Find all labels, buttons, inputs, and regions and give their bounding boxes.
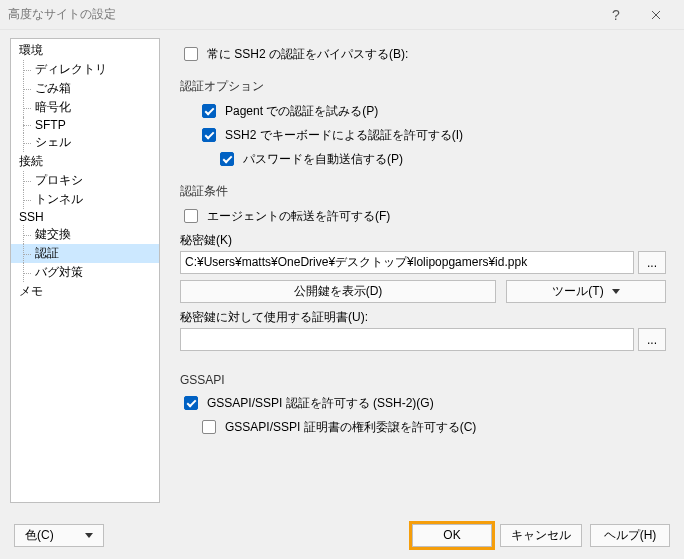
tree-node[interactable]: 暗号化 [11,98,159,117]
browse-cert-button[interactable]: ... [638,328,666,351]
allow-gssapi-deleg-checkbox[interactable]: GSSAPI/SSPI 証明書の権利委譲を許可する(C) [180,417,666,437]
tree-node[interactable]: メモ [11,282,159,301]
cert-label: 秘密鍵に対して使用する証明書(U): [180,309,666,326]
tree-node[interactable]: 接続 [11,152,159,171]
tree-node[interactable]: 認証 [11,244,159,263]
tree-node[interactable]: ごみ箱 [11,79,159,98]
try-pagent-label: Pagent での認証を試みる(P) [225,103,378,120]
auth-conditions-heading: 認証条件 [180,183,666,200]
gssapi-heading: GSSAPI [180,373,666,387]
allow-agent-forward-input[interactable] [184,209,198,223]
chevron-down-icon [85,533,93,538]
auto-send-password-input[interactable] [220,152,234,166]
private-key-label: 秘密鍵(K) [180,232,666,249]
allow-gssapi-input[interactable] [184,396,198,410]
help-button[interactable]: ヘルプ(H) [590,524,670,547]
chevron-down-icon [612,289,620,294]
allow-keyboard-checkbox[interactable]: SSH2 でキーボードによる認証を許可する(I) [180,125,666,145]
tools-label: ツール(T) [552,283,603,300]
content-panel: 常に SSH2 の認証をバイパスする(B): 認証オプション Pagent での… [170,30,684,511]
browse-private-key-button[interactable]: ... [638,251,666,274]
auth-options-heading: 認証オプション [180,78,666,95]
try-pagent-input[interactable] [202,104,216,118]
allow-keyboard-input[interactable] [202,128,216,142]
tree-node[interactable]: トンネル [11,190,159,209]
close-icon[interactable] [636,0,676,30]
allow-agent-forward-label: エージェントの転送を許可する(F) [207,208,390,225]
auto-send-password-checkbox[interactable]: パスワードを自動送信する(P) [180,149,666,169]
tree-node[interactable]: 環境 [11,41,159,60]
allow-gssapi-deleg-input[interactable] [202,420,216,434]
cancel-button[interactable]: キャンセル [500,524,582,547]
tools-dropdown[interactable]: ツール(T) [506,280,666,303]
tree-node[interactable]: SFTP [11,117,159,133]
allow-gssapi-label: GSSAPI/SSPI 認証を許可する (SSH-2)(G) [207,395,434,412]
ok-button[interactable]: OK [412,524,492,547]
tree-node[interactable]: プロキシ [11,171,159,190]
sidebar: 環境ディレクトリごみ箱暗号化SFTPシェル接続プロキシトンネルSSH鍵交換認証バ… [0,30,170,511]
color-label: 色(C) [25,527,54,544]
tree-node[interactable]: SSH [11,209,159,225]
allow-gssapi-deleg-label: GSSAPI/SSPI 証明書の権利委譲を許可する(C) [225,419,476,436]
color-dropdown[interactable]: 色(C) [14,524,104,547]
auto-send-password-label: パスワードを自動送信する(P) [243,151,403,168]
allow-gssapi-checkbox[interactable]: GSSAPI/SSPI 認証を許可する (SSH-2)(G) [180,393,666,413]
allow-keyboard-label: SSH2 でキーボードによる認証を許可する(I) [225,127,463,144]
bypass-ssh2-auth-input[interactable] [184,47,198,61]
footer: 色(C) OK キャンセル ヘルプ(H) [0,511,684,559]
tree-node[interactable]: シェル [11,133,159,152]
tree-node[interactable]: バグ対策 [11,263,159,282]
show-public-key-button[interactable]: 公開鍵を表示(D) [180,280,496,303]
bypass-ssh2-auth-checkbox[interactable]: 常に SSH2 の認証をバイパスする(B): [180,44,666,64]
try-pagent-checkbox[interactable]: Pagent での認証を試みる(P) [180,101,666,121]
tree-node[interactable]: 鍵交換 [11,225,159,244]
allow-agent-forward-checkbox[interactable]: エージェントの転送を許可する(F) [180,206,666,226]
help-icon[interactable]: ? [596,0,636,30]
window-title: 高度なサイトの設定 [8,6,596,23]
private-key-input[interactable] [180,251,634,274]
bypass-ssh2-auth-label: 常に SSH2 の認証をバイパスする(B): [207,46,408,63]
cert-input[interactable] [180,328,634,351]
nav-tree[interactable]: 環境ディレクトリごみ箱暗号化SFTPシェル接続プロキシトンネルSSH鍵交換認証バ… [10,38,160,503]
titlebar: 高度なサイトの設定 ? [0,0,684,30]
tree-node[interactable]: ディレクトリ [11,60,159,79]
